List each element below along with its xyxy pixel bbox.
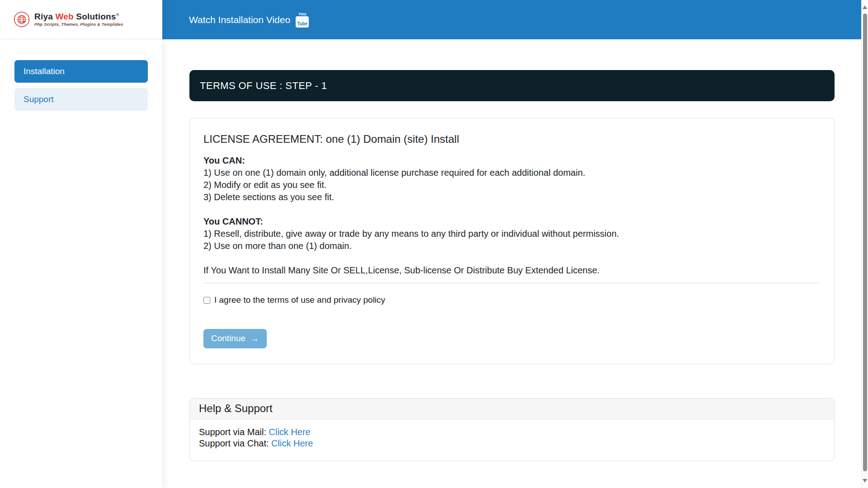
continue-button-label: Continue <box>211 333 245 343</box>
agree-label-text: I agree to the terms of use and privacy … <box>214 295 385 305</box>
brand-name: Riya Web Solutions® <box>34 12 119 21</box>
sidebar-nav: Installation Support <box>0 60 162 111</box>
sidebar-item-installation[interactable]: Installation <box>14 60 148 83</box>
youtube-icon: You Tube <box>296 12 309 28</box>
brand-text: Riya Web Solutions® Php Scripts, Themes,… <box>34 12 123 27</box>
support-mail-label: Support via Mail: <box>199 427 266 437</box>
step-title-bar: TERMS OF USE : STEP - 1 <box>189 70 835 101</box>
brand-name-riya: Riya <box>34 12 53 21</box>
divider <box>203 283 819 283</box>
step-title: TERMS OF USE : STEP - 1 <box>200 80 327 92</box>
continue-button[interactable]: Continue → <box>203 329 267 348</box>
scroll-up-icon[interactable] <box>863 5 867 9</box>
license-agreement-card: LICENSE AGREEMENT: one (1) Domain (site)… <box>189 118 835 364</box>
brand-logo: Riya Web Solutions® Php Scripts, Themes,… <box>0 0 162 39</box>
brand-tagline: Php Scripts, Themes, Plugins & Templates <box>34 22 123 27</box>
extended-license-note: If You Want to Install Many Site Or SELL… <box>203 264 819 277</box>
license-text: You CAN: 1) Use on one (1) domain only, … <box>203 155 819 277</box>
top-header-bar: Watch Installation Video You Tube <box>162 0 861 39</box>
watch-video-label: Watch Installation Video <box>189 14 290 25</box>
help-support-body: Support via Mail: Click Here Support via… <box>190 419 834 461</box>
help-support-card: Help & Support Support via Mail: Click H… <box>189 398 835 461</box>
can-item: 2) Modify or edit as you see fit. <box>203 179 819 191</box>
support-chat-label: Support via Chat: <box>199 438 269 448</box>
scroll-down-icon[interactable] <box>863 479 867 483</box>
support-chat-row: Support via Chat: Click Here <box>199 438 825 449</box>
help-support-heading: Help & Support <box>190 399 834 419</box>
brand-globe-icon <box>14 11 30 28</box>
cannot-item: 1) Resell, distribute, give away or trad… <box>203 228 819 240</box>
support-mail-link[interactable]: Click Here <box>269 427 311 437</box>
support-chat-link[interactable]: Click Here <box>271 438 313 448</box>
can-item: 1) Use on one (1) domain only, additiona… <box>203 167 819 179</box>
brand-name-solutions: Solutions <box>76 12 116 21</box>
watch-video-link[interactable]: Watch Installation Video You Tube <box>189 12 309 28</box>
cannot-heading: You CANNOT: <box>203 216 819 228</box>
arrow-right-icon: → <box>250 334 259 343</box>
agree-checkbox-label[interactable]: I agree to the terms of use and privacy … <box>203 295 385 305</box>
support-mail-row: Support via Mail: Click Here <box>199 427 825 438</box>
sidebar: Riya Web Solutions® Php Scripts, Themes,… <box>0 0 162 488</box>
scrollbar-thumb[interactable] <box>863 14 867 471</box>
scrollbar[interactable] <box>861 0 868 488</box>
cannot-item: 2) Use on more than one (1) domain. <box>203 240 819 252</box>
main-content: TERMS OF USE : STEP - 1 LICENSE AGREEMEN… <box>162 39 861 488</box>
can-heading: You CAN: <box>203 155 819 167</box>
can-item: 3) Delete sections as you see fit. <box>203 191 819 203</box>
license-heading: LICENSE AGREEMENT: one (1) Domain (site)… <box>203 133 819 145</box>
sidebar-item-support[interactable]: Support <box>14 88 148 111</box>
agree-checkbox[interactable] <box>203 297 210 304</box>
registered-mark: ® <box>116 12 119 17</box>
brand-name-web: Web <box>55 12 73 21</box>
